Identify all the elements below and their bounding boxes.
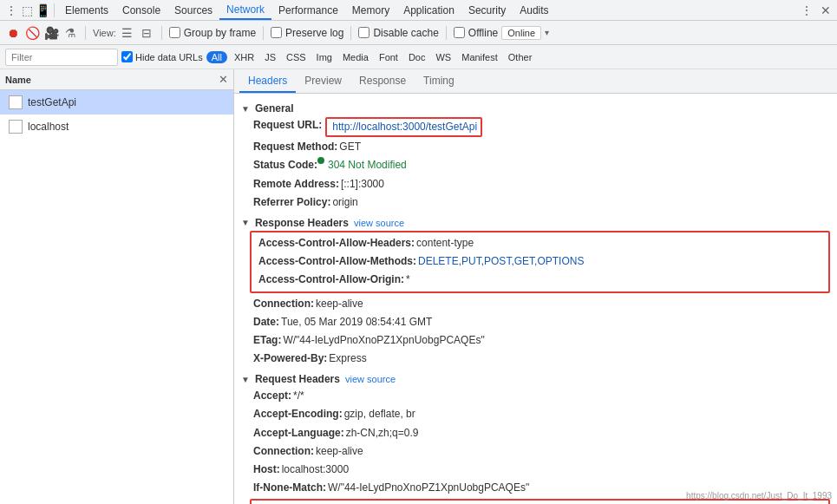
filter-input[interactable] xyxy=(5,49,118,66)
remote-address-val: [::1]:3000 xyxy=(341,176,384,193)
tab-console[interactable]: Console xyxy=(115,0,167,20)
filter-media[interactable]: Media xyxy=(339,52,372,62)
filter-all-badge[interactable]: All xyxy=(206,51,227,63)
cors-allow-origin-key: Access-Control-Allow-Origin: xyxy=(258,272,404,288)
filter-manifest[interactable]: Manifest xyxy=(458,52,501,62)
tab-elements[interactable]: Elements xyxy=(58,0,115,20)
filter-xhr[interactable]: XHR xyxy=(231,52,258,62)
inspect-icon[interactable]: ⬚ xyxy=(19,3,35,18)
tab-response[interactable]: Response xyxy=(350,69,415,93)
request-item[interactable]: testGetApi xyxy=(0,90,233,115)
online-badge[interactable]: Online xyxy=(501,26,541,40)
host-val: localhost:3000 xyxy=(282,461,349,478)
tab-application[interactable]: Application xyxy=(396,0,461,20)
left-panel-header: Name ✕ xyxy=(0,69,233,90)
cors-allow-origin-row: Access-Control-Allow-Origin: * xyxy=(255,271,825,289)
connection-row: Connection: keep-alive xyxy=(241,295,830,313)
filter-doc[interactable]: Doc xyxy=(405,52,429,62)
status-code-val: 304 Not Modified xyxy=(328,157,407,173)
online-dropdown-arrow[interactable]: ▾ xyxy=(545,28,549,37)
cors-allow-origin-val: * xyxy=(406,272,410,288)
req-icon xyxy=(9,95,23,109)
tab-network[interactable]: Network xyxy=(219,0,271,20)
main-area: Name ✕ testGetApi localhost Headers Prev… xyxy=(0,69,837,504)
if-none-match-key: If-None-Match: xyxy=(253,480,326,496)
request-url-text: http://localhost:3000/testGetApi xyxy=(332,121,477,133)
offline-checkbox[interactable]: Offline xyxy=(454,27,498,39)
filter-ws[interactable]: WS xyxy=(432,52,454,62)
hide-data-urls-input[interactable] xyxy=(121,51,133,62)
referrer-policy-key: Referrer Policy: xyxy=(253,194,330,211)
req-name: localhost xyxy=(28,121,69,133)
record-button[interactable]: ⏺ xyxy=(5,25,21,41)
tab-sources[interactable]: Sources xyxy=(167,0,219,20)
date-row: Date: Tue, 05 Mar 2019 08:54:41 GMT xyxy=(241,313,830,331)
tab-preview[interactable]: Preview xyxy=(296,69,350,93)
request-headers-title: Request Headers xyxy=(255,373,340,385)
accept-row: Accept: */* xyxy=(241,387,830,405)
request-item[interactable]: localhost xyxy=(0,115,233,139)
general-triangle[interactable]: ▼ xyxy=(241,104,250,114)
date-val: Tue, 05 Mar 2019 08:54:41 GMT xyxy=(281,314,432,331)
request-headers-section-header: ▼ Request Headers view source xyxy=(241,373,830,385)
accept-encoding-val: gzip, deflate, br xyxy=(344,406,415,422)
tab-headers[interactable]: Headers xyxy=(239,69,296,93)
accept-language-key: Accept-Language: xyxy=(253,425,344,442)
accept-encoding-row: Accept-Encoding: gzip, deflate, br xyxy=(241,405,830,423)
filter-other[interactable]: Other xyxy=(505,52,536,62)
status-dot xyxy=(317,157,324,164)
x-powered-by-key: X-Powered-By: xyxy=(253,350,327,367)
camera-button[interactable]: 🎥 xyxy=(43,25,59,41)
disable-cache-input[interactable] xyxy=(358,27,369,38)
x-powered-by-val: Express xyxy=(329,350,366,367)
connection-key: Connection: xyxy=(253,296,314,312)
cors-allow-methods-row: Access-Control-Allow-Methods: DELETE,PUT… xyxy=(255,252,825,271)
filter-button[interactable]: ⚗ xyxy=(62,25,78,41)
tab-performance[interactable]: Performance xyxy=(271,0,345,20)
preserve-log-label: Preserve log xyxy=(285,27,343,39)
more-icon[interactable]: ⋮ xyxy=(799,3,814,18)
etag-row: ETag: W/"44-IeLydPnoXnoPZ1XpnUobgPCAQEs" xyxy=(241,331,830,350)
close-devtools-icon[interactable]: ✕ xyxy=(818,3,834,18)
group-by-frame-input[interactable] xyxy=(169,27,180,38)
device-icon[interactable]: 📱 xyxy=(35,3,50,18)
hide-data-urls-checkbox[interactable]: Hide data URLs xyxy=(121,51,203,62)
cors-allow-methods-val: DELETE,PUT,POST,GET,OPTIONS xyxy=(418,253,584,270)
accept-val: */* xyxy=(293,388,304,404)
connection-val: keep-alive xyxy=(316,296,363,312)
request-headers-view-source[interactable]: view source xyxy=(345,374,396,384)
tabs-bar: Headers Preview Response Timing xyxy=(234,69,837,94)
cors-allow-headers-key: Access-Control-Allow-Headers: xyxy=(258,235,415,252)
list-view-icon[interactable]: ☰ xyxy=(120,25,135,41)
etag-key: ETag: xyxy=(253,332,281,349)
hide-data-urls-label: Hide data URLs xyxy=(135,52,203,62)
filter-font[interactable]: Font xyxy=(376,52,402,62)
offline-input[interactable] xyxy=(454,27,465,38)
request-headers-triangle[interactable]: ▼ xyxy=(241,375,250,384)
response-headers-section-header: ▼ Response Headers view source xyxy=(241,217,830,229)
tab-security[interactable]: Security xyxy=(461,0,513,20)
req-connection-row: Connection: keep-alive xyxy=(241,442,830,461)
response-headers-triangle[interactable]: ▼ xyxy=(241,218,250,227)
response-headers-view-source[interactable]: view source xyxy=(354,218,404,228)
preserve-log-input[interactable] xyxy=(271,27,282,38)
preserve-log-checkbox[interactable]: Preserve log xyxy=(271,27,343,39)
tab-timing[interactable]: Timing xyxy=(415,69,463,93)
filter-js[interactable]: JS xyxy=(261,52,279,62)
group-by-frame-checkbox[interactable]: Group by frame xyxy=(169,27,256,39)
filter-img[interactable]: Img xyxy=(313,52,336,62)
req-name: testGetApi xyxy=(28,96,76,108)
left-panel: Name ✕ testGetApi localhost xyxy=(0,69,234,504)
disable-cache-checkbox[interactable]: Disable cache xyxy=(358,27,438,39)
large-rows-icon[interactable]: ⊟ xyxy=(139,25,154,41)
tab-memory[interactable]: Memory xyxy=(345,0,396,20)
if-none-match-val: W/"44-IeLydPnoXnoPZ1XpnUobgPCAQEs" xyxy=(328,480,529,496)
filter-css[interactable]: CSS xyxy=(283,52,310,62)
clear-button[interactable]: 🚫 xyxy=(24,25,40,41)
cors-allow-headers-val: content-type xyxy=(416,235,474,252)
close-panel-button[interactable]: ✕ xyxy=(219,73,228,86)
response-headers-title: Response Headers xyxy=(255,217,349,229)
host-row: Host: localhost:3000 xyxy=(241,461,830,479)
tab-audits[interactable]: Audits xyxy=(513,0,555,20)
accept-key: Accept: xyxy=(253,388,291,404)
